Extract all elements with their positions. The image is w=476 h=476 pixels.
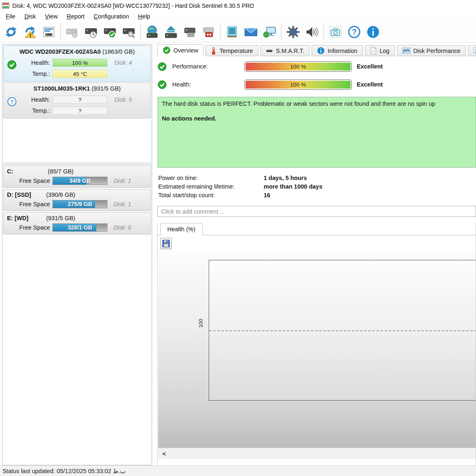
title-bar: Disk: 4, WDC WD2003FZEX-00Z4SA0 [WD-WCC1… [0,0,476,11]
health-row: Health: 100 % Excellent [157,80,476,90]
performance-row: Performance: 100 % Excellent [157,61,476,72]
tab-log[interactable]: Log [365,45,395,56]
disk-hardware-icon[interactable] [199,23,218,41]
tab-label: Disk Performance [413,48,460,54]
health-gauge: 100 % [244,80,352,90]
stat-label: Estimated remaining lifetime: [158,183,264,192]
settings-gear-icon[interactable] [284,23,303,41]
health-label: Health: [4,96,50,103]
chart-mini-toolbar [158,235,476,251]
free-space-value: 328/1 GB [53,224,107,231]
menu-view[interactable]: View [41,12,63,21]
svg-text:?: ? [352,28,356,36]
disk-number: Disk: 4 [114,59,132,66]
disk-mouse-icon[interactable] [63,23,82,41]
disk-check-icon[interactable] [100,23,119,41]
report-window-icon[interactable] [39,23,58,41]
volume-item-d[interactable]: D: [SSD] (390/6 GB) Free Space 275/9 GB … [3,189,151,211]
disk-item-wdc[interactable]: WDC WD2003FZEX-00Z4SA0 (1863/0 GB) Healt… [3,46,151,82]
menu-disk[interactable]: Disk [20,12,41,21]
document-page-icon [370,47,377,55]
volume-capacity: (390/6 GB) [4,191,118,198]
health-label: Health: [172,81,191,88]
copy-pages-icon [473,47,476,55]
stat-start-stop-count: Total start/stop count: 16 [158,192,322,200]
tab-label: S.M.A.R.T. [276,48,304,54]
volume-list-panel: C: (85/7 GB) Free Space 34/9 GB Disk: 1 … [2,164,152,465]
tab-overview[interactable]: Overview [157,44,203,56]
help-icon[interactable]: ? [345,23,364,41]
tab-information[interactable]: Information [312,45,363,56]
performance-label: Performance: [172,63,208,70]
tab-more-partial[interactable] [468,45,476,56]
stat-value: 16 [264,192,270,200]
thermometer-icon [211,47,216,55]
chart-horizontal-scrollbar[interactable]: < [158,448,476,459]
menu-help[interactable]: Help [134,12,155,21]
menu-file[interactable]: File [2,12,20,21]
scroll-left-arrow-icon[interactable]: < [158,450,166,457]
free-space-bar: 275/9 GB [52,200,107,208]
save-chart-button[interactable] [160,238,172,249]
notepad-report-icon[interactable] [223,23,241,41]
health-chart-tab[interactable]: Health (%) [160,223,203,235]
disk-list-panel: WDC WD2003FZEX-00Z4SA0 (1863/0 GB) Healt… [2,44,152,163]
disk-number: Disk: 5 [114,96,132,103]
disk-model-heading: ST1000LM035-1RK1 (931/5 GB) [4,83,150,92]
floppy-save-icon [162,239,170,248]
disk-eject-icon[interactable] [162,23,180,41]
tab-label: Temperature [219,48,253,54]
disk-model-heading: WDC WD2003FZEX-00Z4SA0 (1863/0 GB) [4,46,150,55]
window-title: Disk: 4, WDC WD2003FZEX-00Z4SA0 [WD-WCC1… [12,2,254,9]
chart-tab-baseline [158,235,476,235]
temp-bar: ? [52,107,107,115]
disk-number: Disk: 1 [114,178,131,184]
comment-input[interactable] [157,206,476,217]
toolbar-separator [140,24,141,40]
refresh-warning-icon[interactable] [20,23,39,41]
performance-rating: Excellent [357,63,383,70]
check-circle-icon [157,80,167,89]
tab-temperature[interactable]: Temperature [205,45,258,56]
refresh-icon[interactable] [2,23,20,41]
menu-report[interactable]: Report [63,12,90,21]
stat-power-on-time: Power on time: 1 days, 5 hours [158,175,322,183]
screenshot-camera-icon[interactable] [326,23,345,41]
disk-item-st1000[interactable]: ST1000LM035-1RK1 (931/5 GB) ? Health: ? … [3,82,151,118]
free-space-value: 34/9 GB [53,177,107,184]
chart-icon [402,47,410,54]
menu-configuration[interactable]: Configuration [89,12,134,21]
disk-search-icon[interactable] [119,23,138,41]
sounds-speaker-icon[interactable] [303,23,321,41]
volume-item-c[interactable]: C: (85/7 GB) Free Space 34/9 GB Disk: 1 [3,166,151,188]
toolbar-separator [60,24,61,40]
disk-model: ST1000LM035-1RK1 [34,85,90,92]
app-icon [2,2,9,9]
send-mail-icon[interactable] [241,23,260,41]
tab-label: Overview [173,47,198,54]
health-bar: 100 % [52,59,107,67]
performance-gauge: 100 % [244,61,352,72]
free-space-label: Free Space [4,201,50,207]
status-action-text: No actions needed. [162,115,471,122]
network-monitor-icon[interactable] [260,23,279,41]
stat-label: Power on time: [158,175,264,183]
temp-bar: 45 °C [52,70,107,78]
disk-tools-icon[interactable] [180,23,199,41]
tab-smart[interactable]: S.M.A.R.T. [260,45,310,56]
disk-number: Disk: 1 [114,201,131,207]
gridline-100 [209,330,476,331]
about-info-icon[interactable] [364,23,383,41]
disk-clock-icon[interactable] [82,23,100,41]
check-circle-icon [163,46,171,54]
volume-item-e[interactable]: E: [WD] (931/5 GB) Free Space 328/1 GB D… [3,212,151,235]
disk-globe-icon[interactable] [143,23,162,41]
toolbar-separator [323,24,324,40]
disk-number: Disk: 0 [114,224,131,231]
stat-label: Total start/stop count: [158,192,264,200]
disk-capacity: (1863/0 GB) [102,48,135,55]
app-window: Disk: 4, WDC WD2003FZEX-00Z4SA0 [WD-WCC1… [0,0,476,476]
tab-disk-performance[interactable]: Disk Performance [397,45,466,56]
status-text: The hard disk status is PERFECT. Problem… [162,100,471,107]
status-last-updated: Status last updated: 05/12/2025 05:33:02… [2,468,125,474]
